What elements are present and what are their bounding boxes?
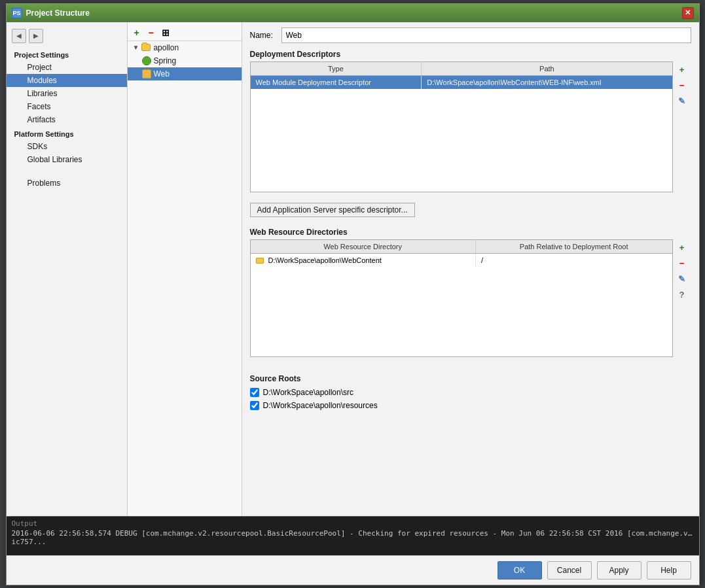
resource-table-header: Web Resource Directory Path Relative to … [251,240,672,254]
tree-copy-button[interactable]: ⊞ [159,26,172,39]
tree-node-web-label: Web [154,69,170,78]
resource-remove-button[interactable]: − [675,256,689,271]
content-area: Name: Deployment Descriptors Type Pat [242,22,699,516]
folder-small-icon [256,258,264,264]
source-root-checkbox-1[interactable] [250,401,259,410]
name-row: Name: [250,27,691,43]
deployment-table-wrapper: Type Path Web Module Deployment Descript… [250,61,673,198]
dialog-title: Project Structure [26,9,90,18]
resource-dir-header: Web Resource Directory [251,240,476,254]
deployment-remove-button[interactable]: − [675,78,689,93]
deployment-table-with-buttons: Type Path Web Module Deployment Descript… [250,61,691,198]
main-area: ◀ ▶ Project Settings Project Modules Lib… [7,22,699,516]
deployment-table-header: Type Path [251,62,672,76]
resource-add-button[interactable]: + [675,241,689,255]
source-root-checkbox-0[interactable] [250,388,259,397]
deployment-descriptors-title: Deployment Descriptors [250,50,691,59]
deployment-add-button[interactable]: + [675,63,689,77]
folder-icon [141,44,151,51]
table-row[interactable]: D:\WorkSpace\apollon\WebContent / [251,253,672,267]
deployment-section: Deployment Descriptors Type Path [250,50,691,224]
resource-table-with-buttons: Web Resource Directory Path Relative to … [250,239,691,362]
source-root-path-1: D:\WorkSpace\apollon\resources [263,401,378,410]
dialog-icon: PS [12,8,22,18]
sidebar-item-sdks[interactable]: SDKs [7,140,127,153]
bottom-bar: OK Cancel Apply Help [7,555,699,585]
add-descriptor-button[interactable]: Add Application Server specific descript… [250,203,415,217]
close-button[interactable]: ✕ [682,7,694,19]
table-row[interactable]: Web Module Deployment Descriptor D:\Work… [251,75,672,89]
deployment-edit-button[interactable]: ✎ [675,94,689,109]
sidebar-item-global-libraries[interactable]: Global Libraries [7,153,127,166]
tree-node-spring-label: Spring [154,56,177,65]
resource-dir-cell: D:\WorkSpace\apollon\WebContent [251,253,476,267]
source-roots-section: Source Roots D:\WorkSpace\apollon\src D:… [250,374,691,412]
resource-dir-section: Web Resource Directories Web Resource Di… [250,228,691,368]
spring-icon [142,56,151,65]
nav-back-forward: ◀ ▶ [7,27,127,47]
resource-relpath-cell: / [475,253,672,267]
name-label: Name: [250,31,276,40]
resource-table-container: Web Resource Directory Path Relative to … [250,239,673,357]
output-label: Output [12,519,38,528]
tree-toolbar: + − ⊞ [128,25,242,41]
source-root-row-0: D:\WorkSpace\apollon\src [250,386,691,399]
project-settings-header: Project Settings [7,47,127,61]
resource-side-buttons: + − ✎ ? [673,239,691,362]
tree-node-web[interactable]: Web [128,67,242,80]
tree-remove-button[interactable]: − [145,26,158,39]
platform-settings-header: Platform Settings [7,126,127,140]
sidebar-item-modules[interactable]: Modules [7,74,127,87]
resource-edit-button[interactable]: ✎ [675,272,689,286]
tree-node-apollon[interactable]: ▼ apollon [128,41,242,54]
deployment-path-cell: D:\WorkSpace\apollon\WebContent\WEB-INF\… [422,75,672,89]
title-bar: PS Project Structure ✕ [7,4,699,22]
resource-table: Web Resource Directory Path Relative to … [251,240,672,267]
project-structure-dialog: PS Project Structure ✕ ◀ ▶ Project Setti… [6,3,700,585]
module-tree: + − ⊞ ▼ apollon Spring Web [128,22,242,516]
tree-add-button[interactable]: + [130,26,143,39]
sidebar-item-artifacts[interactable]: Artifacts [7,113,127,126]
web-resource-title: Web Resource Directories [250,228,691,237]
deployment-type-header: Type [251,62,422,76]
source-roots-title: Source Roots [250,374,691,383]
forward-button[interactable]: ▶ [29,29,43,43]
sidebar-item-problems[interactable]: Problems [7,177,127,190]
deployment-table-container: Type Path Web Module Deployment Descript… [250,61,673,192]
deployment-side-buttons: + − ✎ [673,61,691,198]
tree-node-spring[interactable]: Spring [128,54,242,67]
resource-help-button[interactable]: ? [675,288,689,302]
cancel-button[interactable]: Cancel [547,561,592,579]
log-line-2: ic757... [12,538,694,546]
sidebar-item-facets[interactable]: Facets [7,100,127,113]
sidebar-item-project[interactable]: Project [7,61,127,74]
tree-node-apollon-label: apollon [153,43,179,52]
deployment-table: Type Path Web Module Deployment Descript… [251,62,672,89]
help-button[interactable]: Help [647,561,691,579]
log-area: Output 2016-06-06 22:56:58,574 DEBUG [co… [7,516,699,555]
ok-button[interactable]: OK [497,561,542,579]
source-root-row-1: D:\WorkSpace\apollon\resources [250,399,691,412]
apply-button[interactable]: Apply [597,561,642,579]
back-button[interactable]: ◀ [12,29,26,43]
source-root-path-0: D:\WorkSpace\apollon\src [263,388,354,397]
resource-table-wrapper: Web Resource Directory Path Relative to … [250,239,673,362]
sidebar-item-libraries[interactable]: Libraries [7,87,127,100]
web-icon [142,69,151,78]
log-line-1: 2016-06-06 22:56:58,574 DEBUG [com.mchan… [12,529,694,538]
deployment-type-cell: Web Module Deployment Descriptor [251,75,422,89]
name-input[interactable] [281,27,691,43]
sidebar: ◀ ▶ Project Settings Project Modules Lib… [7,22,128,516]
resource-relpath-header: Path Relative to Deployment Root [475,240,672,254]
deployment-path-header: Path [422,62,672,76]
